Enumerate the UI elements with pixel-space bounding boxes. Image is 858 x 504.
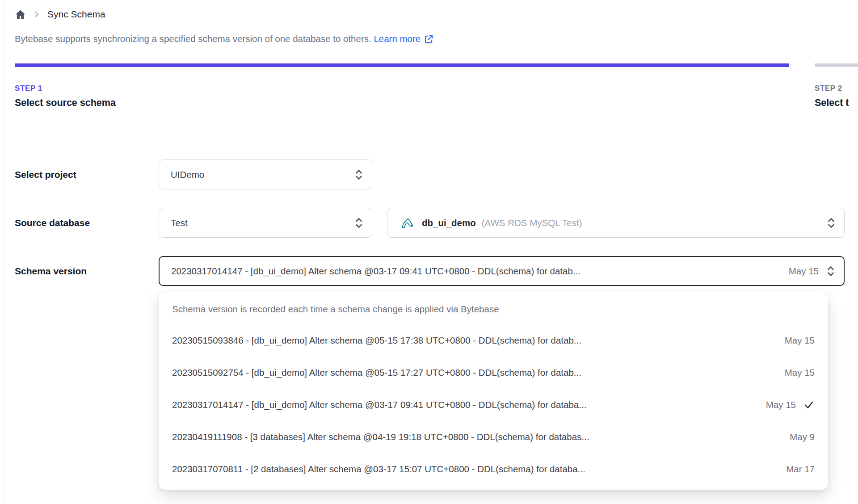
intro-text: Bytebase supports synchronizing a specif… <box>15 34 434 44</box>
source-database-label: Source database <box>15 218 159 228</box>
step1-progress-bar <box>15 63 789 67</box>
option-date: Mar 17 <box>777 464 815 475</box>
content-left-divider <box>4 0 4 504</box>
select-arrows-icon <box>354 168 364 181</box>
page-title: Sync Schema <box>47 9 105 20</box>
checkmark-icon <box>803 399 815 411</box>
option-date: May 15 <box>776 335 815 346</box>
project-select[interactable]: UIDemo <box>159 160 372 189</box>
schema-version-row: Schema version 20230317014147 - [db_ui_d… <box>15 256 845 286</box>
step1-label: STEP 1 <box>15 84 42 93</box>
dropdown-option-list: 20230515093846 - [db_ui_demo] Alter sche… <box>159 324 828 485</box>
step1-title: Select source schema <box>15 97 116 109</box>
option-text: 20230515093846 - [db_ui_demo] Alter sche… <box>172 335 581 346</box>
chevron-right-icon <box>33 11 40 18</box>
dropdown-hint: Schema version is recorded each time a s… <box>172 303 815 315</box>
database-info: (AWS RDS MySQL Test) <box>482 218 582 228</box>
sync-schema-page: Sync Schema Bytebase supports synchroniz… <box>0 0 858 504</box>
external-link-icon <box>424 34 434 44</box>
dropdown-option[interactable]: 20230515093846 - [db_ui_demo] Alter sche… <box>159 324 828 357</box>
dropdown-option[interactable]: 20230515092754 - [db_ui_demo] Alter sche… <box>159 357 828 389</box>
select-project-row: Select project UIDemo <box>15 160 372 189</box>
schema-version-date: May 15 <box>780 266 826 277</box>
database-select[interactable]: db_ui_demo (AWS RDS MySQL Test) <box>387 208 845 238</box>
environment-select[interactable]: Test <box>159 208 372 238</box>
mysql-icon <box>399 214 416 231</box>
option-date: May 9 <box>781 432 815 442</box>
option-text: 20230515092754 - [db_ui_demo] Alter sche… <box>172 367 581 378</box>
step2-progress-bar <box>815 63 858 67</box>
step2-label: STEP 2 <box>815 84 842 93</box>
option-date: May 15 <box>757 399 796 410</box>
learn-more-link[interactable]: Learn more <box>374 34 434 44</box>
select-arrows-icon <box>826 265 836 278</box>
select-arrows-icon <box>354 216 364 230</box>
environment-select-value: Test <box>171 218 188 228</box>
option-text: 20230317070811 - [2 databases] Alter sch… <box>172 464 585 475</box>
step2-title: Select t <box>815 97 849 109</box>
project-select-value: UIDemo <box>171 169 204 180</box>
dropdown-option[interactable]: 20230419111908 - [3 databases] Alter sch… <box>159 421 828 453</box>
home-icon[interactable] <box>15 9 26 20</box>
schema-version-select[interactable]: 20230317014147 - [db_ui_demo] Alter sche… <box>159 256 845 286</box>
dropdown-option-selected[interactable]: 20230317014147 - [db_ui_demo] Alter sche… <box>159 389 828 421</box>
dropdown-option[interactable]: 20230317070811 - [2 databases] Alter sch… <box>159 453 828 485</box>
source-database-row: Source database Test db_ui_demo (AWS RDS… <box>15 208 845 238</box>
intro-description: Bytebase supports synchronizing a specif… <box>15 34 371 44</box>
select-project-label: Select project <box>15 169 159 180</box>
schema-version-label: Schema version <box>15 266 159 277</box>
breadcrumb: Sync Schema <box>15 6 105 22</box>
database-name: db_ui_demo <box>422 218 476 228</box>
select-arrows-icon <box>826 216 836 230</box>
option-date: May 15 <box>776 367 815 378</box>
option-text: 20230419111908 - [3 databases] Alter sch… <box>172 432 589 442</box>
schema-version-dropdown: Schema version is recorded each time a s… <box>159 292 828 490</box>
option-text: 20230317014147 - [db_ui_demo] Alter sche… <box>172 399 586 410</box>
schema-version-value: 20230317014147 - [db_ui_demo] Alter sche… <box>171 266 580 277</box>
